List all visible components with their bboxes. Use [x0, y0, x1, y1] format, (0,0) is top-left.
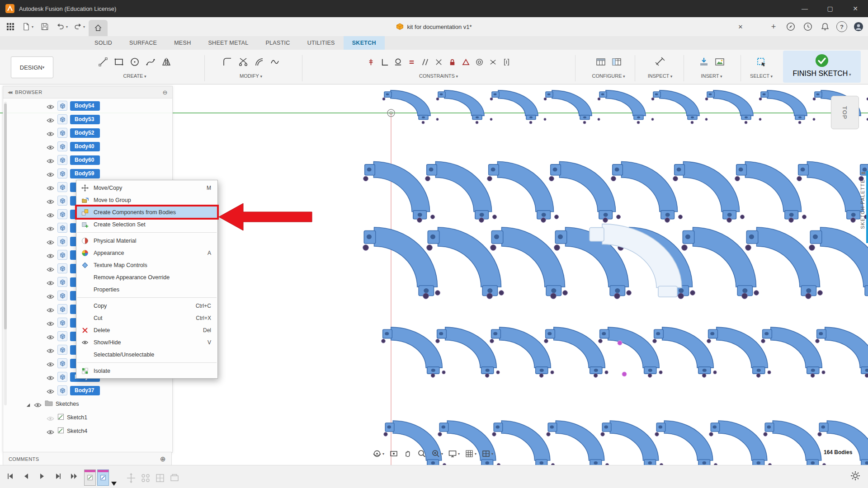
- maximize-button[interactable]: ▢: [817, 0, 843, 17]
- body-arc[interactable]: [707, 90, 753, 120]
- context-menu-item-cut[interactable]: CutCtrl+X: [76, 312, 217, 324]
- visibility-eye-icon[interactable]: [47, 184, 55, 190]
- context-menu-item-physical-material[interactable]: Physical Material: [76, 235, 217, 247]
- visibility-eye-icon[interactable]: [47, 239, 55, 244]
- tab-utilities[interactable]: UTILITIES: [299, 36, 344, 50]
- viewports-button[interactable]: [480, 447, 495, 460]
- tab-surface[interactable]: SURFACE: [121, 36, 165, 50]
- context-menu-item-move-copy[interactable]: Move/CopyM: [76, 182, 217, 194]
- tangent-constraint-icon[interactable]: [393, 57, 403, 67]
- body-arc[interactable]: [656, 421, 712, 465]
- browser-scrollbar-thumb[interactable]: [4, 103, 7, 329]
- line-tool-icon[interactable]: [97, 56, 109, 68]
- body-arc[interactable]: [494, 421, 550, 465]
- sketch-palette-tab[interactable]: ◀◀ SKETCH PALETTE: [857, 171, 868, 252]
- sketch-name[interactable]: Sketch1: [67, 414, 87, 421]
- go-to-end-button[interactable]: [68, 470, 80, 482]
- viewcube[interactable]: TOP: [831, 96, 859, 129]
- body-arc[interactable]: [546, 327, 605, 374]
- expand-triangle-icon[interactable]: [26, 401, 31, 407]
- look-at-button[interactable]: [387, 447, 400, 460]
- body-arc[interactable]: [817, 327, 868, 374]
- visibility-eye-icon[interactable]: [47, 428, 55, 434]
- trim-tool-icon[interactable]: [237, 56, 249, 68]
- browser-row-body52[interactable]: Body52: [9, 126, 171, 140]
- context-menu-item-properties[interactable]: Properties: [76, 283, 217, 296]
- equal-constraint-icon[interactable]: [407, 57, 416, 67]
- context-menu-item-selectable-unselectable[interactable]: Selectable/Unselectable: [76, 348, 217, 361]
- body-arc[interactable]: [798, 162, 863, 219]
- visibility-eye-icon[interactable]: [47, 130, 55, 136]
- body-name-chip[interactable]: Body37: [70, 386, 100, 395]
- insert-tool-icon[interactable]: [698, 56, 710, 68]
- add-comment-icon[interactable]: ⊕: [160, 455, 166, 463]
- browser-row-body54[interactable]: Body54: [9, 99, 171, 113]
- spline-tool-icon[interactable]: [145, 56, 156, 68]
- close-button[interactable]: ✕: [843, 0, 868, 17]
- job-status-clock-icon[interactable]: [802, 21, 814, 33]
- body-arc[interactable]: [765, 421, 821, 465]
- visibility-eye-icon[interactable]: [47, 171, 55, 176]
- body-name-chip[interactable]: Body40: [70, 142, 100, 151]
- body-arc[interactable]: [746, 227, 820, 296]
- body-arc[interactable]: [708, 327, 768, 374]
- body-arc[interactable]: [546, 90, 592, 120]
- visibility-eye-icon[interactable]: [47, 225, 55, 230]
- offset-tool-icon[interactable]: [253, 56, 265, 68]
- body-arc[interactable]: [492, 90, 538, 120]
- visibility-eye-icon[interactable]: [34, 401, 42, 407]
- context-menu-item-create-selection-set[interactable]: Create Selection Set: [76, 218, 217, 230]
- context-menu-item-show-hide[interactable]: Show/HideV: [76, 336, 217, 348]
- curvature-constraint-icon[interactable]: [502, 57, 511, 67]
- document-tab[interactable]: kit for documentation v1*: [396, 17, 472, 36]
- inspect-dropdown[interactable]: INSPECT: [638, 73, 682, 79]
- body-arc[interactable]: [711, 421, 767, 465]
- browser-minimize-icon[interactable]: ⊖: [163, 89, 168, 96]
- body-name-chip[interactable]: Body52: [70, 128, 100, 138]
- body-arc[interactable]: [763, 327, 822, 374]
- fix-constraint-icon[interactable]: [461, 57, 471, 67]
- timeline-feature-sketch-selected[interactable]: [97, 469, 109, 486]
- timeline-feature-sketch[interactable]: [84, 469, 96, 486]
- tab-plastic[interactable]: PLASTIC: [257, 36, 298, 50]
- body-arc[interactable]: [599, 90, 646, 120]
- settings-gear-icon[interactable]: [850, 470, 861, 481]
- visibility-eye-icon[interactable]: [47, 103, 55, 108]
- body-arc[interactable]: [654, 327, 714, 374]
- visibility-eye-icon[interactable]: [47, 415, 55, 420]
- browser-row-sketch1[interactable]: Sketch1: [9, 411, 171, 424]
- design-workspace-dropdown[interactable]: DESIGN: [11, 56, 53, 78]
- visibility-eye-icon[interactable]: [47, 293, 55, 298]
- browser-row-body59[interactable]: Body59: [9, 167, 171, 180]
- parallel-constraint-icon[interactable]: [420, 57, 430, 67]
- curve-tool-icon[interactable]: [269, 56, 281, 68]
- body-arc[interactable]: [428, 227, 501, 296]
- body-arc[interactable]: [365, 162, 430, 219]
- play-button[interactable]: [36, 470, 48, 482]
- context-menu-item-texture-map-controls[interactable]: Texture Map Controls: [76, 259, 217, 271]
- browser-row-body53[interactable]: Body53: [9, 113, 171, 126]
- tab-solid[interactable]: SOLID: [86, 36, 121, 50]
- finish-sketch-button[interactable]: FINISH SKETCH: [783, 51, 861, 83]
- visibility-eye-icon[interactable]: [47, 211, 55, 217]
- modify-dropdown[interactable]: MODIFY: [212, 73, 289, 79]
- context-menu-item-create-components-from-bodies[interactable]: Create Components from Bodies: [76, 206, 217, 218]
- comments-bar[interactable]: COMMENTS ⊕: [3, 452, 172, 466]
- document-tab-close-button[interactable]: ✕: [735, 21, 746, 32]
- visibility-eye-icon[interactable]: [47, 388, 55, 393]
- context-menu-item-delete[interactable]: DeleteDel: [76, 324, 217, 336]
- file-menu-button[interactable]: ▾: [20, 20, 35, 33]
- visibility-eye-icon[interactable]: [47, 306, 55, 312]
- lock-constraint-icon[interactable]: [448, 57, 457, 67]
- browser-scrollbar[interactable]: [4, 102, 7, 405]
- browser-row-body37[interactable]: Body37: [9, 384, 171, 397]
- save-button[interactable]: [37, 20, 52, 33]
- body-arc[interactable]: [653, 90, 699, 120]
- context-menu-item-appearance[interactable]: AppearanceA: [76, 247, 217, 259]
- help-icon[interactable]: ?: [836, 21, 847, 32]
- context-menu-item-isolate[interactable]: Isolate: [76, 365, 217, 377]
- body-arc[interactable]: [438, 90, 484, 120]
- go-to-start-button[interactable]: [5, 470, 16, 482]
- body-arc[interactable]: [491, 327, 551, 374]
- body-arc[interactable]: [437, 327, 497, 374]
